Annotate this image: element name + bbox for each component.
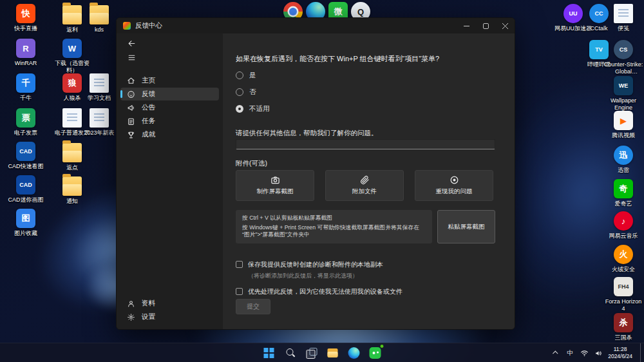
desktop-icon-pictures[interactable]: 图图片收藏 (5, 209, 46, 237)
radio-label: 不适用 (249, 104, 270, 113)
e-invoice-icon: 票 (16, 108, 35, 128)
navigation-menu-button[interactable] (120, 51, 142, 64)
edge-button[interactable] (346, 345, 363, 361)
attachment-buttons: 制作屏幕截图附加文件重现我的问题 (236, 170, 493, 201)
wifi-icon (580, 349, 589, 357)
desktop-icon-csgo[interactable]: CSCounter-Strike: Global Offensive (603, 40, 644, 75)
close-icon (502, 23, 508, 29)
radio-yes[interactable]: 是 (236, 71, 270, 80)
sidebar-item-settings[interactable]: 设置 (120, 310, 219, 323)
wechat-button[interactable] (367, 345, 384, 361)
desktop-icon-folder-fandian[interactable]: 返点 (52, 142, 93, 171)
desktop-icon-forza-horizon-4[interactable]: FH4Forza Horizon 4 (603, 277, 644, 312)
folder-fandian-icon (62, 143, 82, 162)
sidebar-item-home[interactable]: 主页 (120, 74, 219, 87)
desktop-icon-report-2023[interactable]: 2023年新表 (79, 108, 120, 137)
desktop-icon-label: Forza Horizon 4 (603, 298, 644, 312)
attach-screenshot-button[interactable]: 制作屏幕截图 (236, 170, 314, 201)
hidden-icons-button[interactable] (551, 346, 560, 360)
desktop-icon-study-doc[interactable]: 学习文档 (79, 73, 120, 102)
sanguosha-icon: 杀 (614, 313, 633, 332)
iqiyi-icon: 奇 (614, 179, 633, 198)
sidebar-item-feedback[interactable]: 反馈 (120, 88, 219, 100)
attach-file-button[interactable]: 附加文件 (325, 170, 404, 201)
ime-indicator[interactable]: 中 (565, 346, 574, 360)
details-input[interactable] (236, 139, 495, 149)
desktop-icon-winrar[interactable]: RWinRAR (5, 39, 46, 67)
task-view-button[interactable] (303, 345, 320, 361)
attachments-title: 附件(可选) (236, 159, 267, 168)
minimize-button[interactable] (457, 18, 476, 33)
desktop-icon-iqiyi[interactable]: 奇爱奇艺 (603, 179, 644, 207)
close-button[interactable] (495, 18, 515, 33)
attach-button-label: 附加文件 (352, 187, 377, 196)
word-download-icon: W (62, 39, 82, 58)
volume-button[interactable] (594, 346, 603, 360)
sidebar-item-quests[interactable]: 任务 (120, 115, 219, 128)
desktop-icon-label: 下载（迅雷资料） (52, 60, 93, 73)
paste-screenshot-button[interactable]: 粘贴屏幕截图 (437, 210, 495, 243)
desktop-icon-label: 三国杀 (615, 334, 632, 341)
submit-button[interactable]: 提交 (236, 299, 270, 314)
sidebar-item-profile[interactable]: 资料 (120, 297, 219, 310)
checkbox-icon[interactable] (236, 288, 243, 295)
desktop-icon-kuaishou[interactable]: 快快手直播 (5, 4, 46, 32)
clock-date: 2024/6/24 (608, 353, 632, 360)
attach-button-label: 制作屏幕截图 (257, 187, 294, 196)
desktop-icon-label: 通知 (66, 198, 78, 205)
sidebar-item-announcements[interactable]: 公告 (120, 101, 219, 114)
csgo-icon: CS (614, 40, 633, 59)
desktop-icon-netease-music[interactable]: ♪网易云音乐 (603, 211, 644, 240)
maximize-icon (483, 23, 489, 29)
file-explorer-button[interactable] (325, 345, 341, 361)
wallpaper-engine-icon: WE (614, 76, 633, 95)
camera-icon (270, 175, 280, 185)
desktop-icon-notes[interactable]: 便笺 (603, 4, 644, 32)
desktop-icon-sanguosha[interactable]: 杀三国杀 (603, 313, 644, 341)
show-desktop-button[interactable] (640, 343, 643, 362)
desktop-icon-xunlei[interactable]: 迅迅雷 (603, 146, 644, 174)
desktop-icon-folder-tongzhi[interactable]: 通知 (52, 175, 93, 205)
hint-text: 按 Ctrl + V 以从剪贴板粘贴屏幕截图 (242, 214, 426, 222)
back-button[interactable] (120, 37, 142, 50)
desktop-icon-tencent-video[interactable]: ▶腾讯视频 (603, 111, 644, 139)
start-button[interactable] (261, 345, 278, 361)
window-body: 主页反馈公告任务成就 资料设置 如果在恢复后遇到，能否在按下 Win+P 组合键… (117, 33, 515, 329)
desktop-icon-folder-kds[interactable]: kds (79, 4, 120, 33)
desktop-icon-label: CAD快速看图 (8, 163, 43, 170)
attach-recreate-button[interactable]: 重现我的问题 (415, 170, 493, 201)
network-button[interactable] (580, 346, 589, 360)
maximize-button[interactable] (476, 18, 495, 33)
window-titlebar[interactable]: 反馈中心 (117, 18, 515, 33)
desktop-icon-word-download[interactable]: W下载（迅雷资料） (52, 39, 93, 73)
desktop-icon-cad-viewer[interactable]: CADCAD快速看图 (5, 142, 46, 170)
checkbox-icon[interactable] (236, 261, 243, 268)
sidebar-item-label: 主页 (142, 76, 155, 85)
desktop-icon-label: kds (95, 26, 104, 33)
checkbox-row[interactable]: 优先处理此反馈，因为它使我无法使用我的设备或文件 (236, 287, 402, 296)
desktop-icon-wallpaper-engine[interactable]: WEWallpaper Engine (603, 76, 644, 111)
paperclip-icon (360, 175, 370, 185)
attach-button-label: 重现我的问题 (436, 187, 473, 196)
checkbox-label: 优先处理此反馈，因为它使我无法使用我的设备或文件 (248, 287, 402, 296)
desktop-icon-huorong[interactable]: 火火绒安全 (603, 245, 644, 273)
sidebar-item-label: 公告 (142, 103, 155, 112)
window-title: 反馈中心 (135, 21, 162, 30)
winrar-icon: R (16, 39, 35, 58)
sidebar-item-label: 成就 (142, 130, 155, 139)
sidebar-item-achievements[interactable]: 成就 (120, 128, 219, 141)
screenshot-hint-box: 按 Ctrl + V 以从剪贴板粘贴屏幕截图按 Windows键 + Print… (236, 210, 432, 243)
answer-radio-group: 是否不适用 (236, 71, 270, 113)
desktop-icon-label: 返点 (66, 164, 78, 171)
desktop-icon-e-invoice[interactable]: 票电子发票 (5, 108, 46, 137)
clock[interactable]: 11:28 2024/6/24 (608, 346, 632, 360)
radio-not-applicable[interactable]: 不适用 (236, 104, 270, 113)
checkbox-row[interactable]: 保存我提供反馈时创建的诊断和附件的本地副本（将诊断添加到此反馈后，将显示此选项） (236, 260, 402, 280)
desktop-icon-qianniu[interactable]: 千千牛 (5, 73, 46, 102)
folder-kds-icon (90, 5, 109, 24)
radio-no[interactable]: 否 (236, 88, 270, 97)
window-controls (457, 18, 515, 33)
desktop-icon-label: 网易云音乐 (609, 233, 638, 240)
search-button[interactable] (282, 345, 299, 361)
desktop-icon-cad-mini[interactable]: CADCAD迷你画图 (5, 175, 46, 204)
